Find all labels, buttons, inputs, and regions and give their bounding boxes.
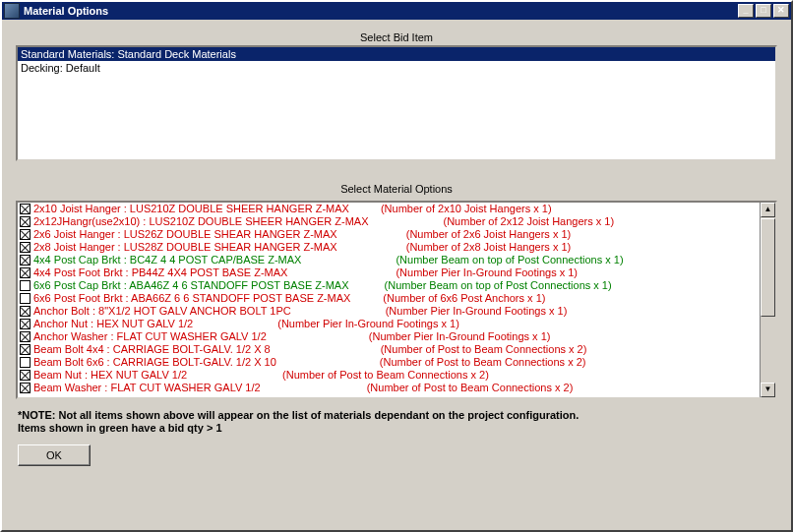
material-name: 2x12JHangr(use2x10) : LUS210Z DOUBLE SHE…: [33, 215, 369, 228]
material-row[interactable]: 6x6 Post Foot Brkt : ABA66Z 6 6 STANDOFF…: [18, 292, 760, 305]
app-icon: [4, 3, 20, 19]
material-row[interactable]: 2x12JHangr(use2x10) : LUS210Z DOUBLE SHE…: [18, 215, 760, 228]
material-row[interactable]: 4x4 Post Foot Brkt : PB44Z 4X4 POST BASE…: [18, 266, 760, 279]
material-checkbox[interactable]: [20, 229, 30, 240]
material-note: (Number of 2x12 Joist Hangers x 1): [444, 215, 615, 228]
button-row: OK: [16, 435, 777, 470]
material-options-listbox[interactable]: 2x10 Joist Hanger : LUS210Z DOUBLE SHEER…: [16, 201, 777, 399]
note-line2: Items shown in green have a bid qty > 1: [18, 422, 222, 434]
material-note: (Number of Post to Beam Connections x 2): [381, 343, 587, 356]
ok-button[interactable]: OK: [18, 444, 91, 466]
material-name: 2x10 Joist Hanger : LUS210Z DOUBLE SHEER…: [33, 203, 349, 215]
material-checkbox[interactable]: [20, 204, 30, 214]
scroll-thumb[interactable]: [761, 218, 775, 317]
material-note: (Number Pier In-Ground Footings x 1): [386, 305, 568, 318]
scroll-down-button[interactable]: ▼: [761, 383, 775, 397]
material-name: Anchor Bolt : 8"X1/2 HOT GALV ANCHOR BOL…: [33, 305, 291, 318]
material-checkbox[interactable]: [20, 255, 30, 266]
material-name: Beam Bolt 4x4 : CARRIAGE BOLT-GALV. 1/2 …: [33, 343, 271, 356]
window-buttons: _ □ ✕: [738, 4, 789, 18]
material-checkbox[interactable]: [20, 357, 30, 368]
material-name: 4x4 Post Cap Brkt : BC4Z 4 4 POST CAP/BA…: [33, 254, 301, 266]
select-material-label: Select Material Options: [16, 181, 777, 197]
material-name: 2x8 Joist Hanger : LUS28Z DOUBLE SHEAR H…: [33, 241, 337, 254]
material-row[interactable]: 2x10 Joist Hanger : LUS210Z DOUBLE SHEER…: [18, 203, 760, 215]
material-name: Anchor Nut : HEX NUT GALV 1/2: [33, 318, 193, 330]
material-row[interactable]: 2x8 Joist Hanger : LUS28Z DOUBLE SHEAR H…: [18, 241, 760, 254]
close-button[interactable]: ✕: [773, 4, 789, 18]
material-name: Anchor Washer : FLAT CUT WASHER GALV 1/2: [33, 330, 267, 343]
material-row[interactable]: 6x6 Post Cap Brkt : ABA46Z 4 6 STANDOFF …: [18, 279, 760, 292]
material-row[interactable]: 2x6 Joist Hanger : LUS26Z DOUBLE SHEAR H…: [18, 228, 760, 241]
minimize-button[interactable]: _: [738, 4, 754, 18]
material-row[interactable]: Beam Bolt 4x4 : CARRIAGE BOLT-GALV. 1/2 …: [18, 343, 760, 356]
material-note: (Number of Post to Beam Connections x 2): [282, 369, 489, 382]
bid-item-row[interactable]: Decking: Default: [18, 61, 775, 75]
material-note: (Number of Post to Beam Connections x 2): [367, 382, 574, 394]
material-note: (Number of Post to Beam Connections x 2): [380, 356, 586, 369]
material-name: 2x6 Joist Hanger : LUS26Z DOUBLE SHEAR H…: [33, 228, 337, 241]
material-checkbox[interactable]: [20, 331, 30, 342]
material-name: 6x6 Post Cap Brkt : ABA46Z 4 6 STANDOFF …: [33, 279, 349, 292]
material-checkbox[interactable]: [20, 242, 30, 253]
material-note: (Number of 6x6 Post Anchors x 1): [383, 292, 545, 305]
bid-item-row[interactable]: Standard Materials: Standard Deck Materi…: [18, 47, 775, 61]
material-checkbox[interactable]: [20, 319, 30, 329]
material-row[interactable]: Anchor Washer : FLAT CUT WASHER GALV 1/2…: [18, 330, 760, 343]
material-name: Beam Nut : HEX NUT GALV 1/2: [33, 369, 187, 382]
window-body: Select Bid Item Standard Materials: Stan…: [2, 20, 791, 530]
material-name: 6x6 Post Foot Brkt : ABA66Z 6 6 STANDOFF…: [33, 292, 350, 305]
material-note: (Number of 2x10 Joist Hangers x 1): [381, 203, 552, 215]
material-checkbox[interactable]: [20, 293, 30, 304]
material-name: Beam Bolt 6x6 : CARRIAGE BOLT-GALV. 1/2 …: [33, 356, 276, 369]
material-note: (Number Beam on top of Post Connections …: [385, 279, 612, 292]
window: Material Options _ □ ✕ Select Bid Item S…: [0, 0, 793, 532]
bid-item-listbox[interactable]: Standard Materials: Standard Deck Materi…: [16, 45, 777, 161]
material-note: (Number Beam on top of Post Connections …: [396, 254, 623, 266]
material-row[interactable]: Beam Washer : FLAT CUT WASHER GALV 1/2(N…: [18, 382, 760, 394]
window-title: Material Options: [24, 5, 738, 17]
titlebar[interactable]: Material Options _ □ ✕: [2, 2, 791, 20]
material-checkbox[interactable]: [20, 383, 30, 393]
material-note: (Number of 2x6 Joist Hangers x 1): [406, 228, 572, 241]
material-note: (Number of 2x8 Joist Hangers x 1): [406, 241, 572, 254]
material-checkbox[interactable]: [20, 216, 30, 227]
material-row[interactable]: 4x4 Post Cap Brkt : BC4Z 4 4 POST CAP/BA…: [18, 254, 760, 266]
material-row[interactable]: Anchor Nut : HEX NUT GALV 1/2(Number Pie…: [18, 318, 760, 330]
material-note: (Number Pier In-Ground Footings x 1): [396, 266, 578, 279]
material-checkbox[interactable]: [20, 370, 30, 381]
material-checkbox[interactable]: [20, 280, 30, 291]
maximize-button[interactable]: □: [756, 4, 771, 18]
material-note: (Number Pier In-Ground Footings x 1): [369, 330, 551, 343]
note-text: *NOTE: Not all items shown above will ap…: [16, 399, 777, 435]
material-row[interactable]: Beam Bolt 6x6 : CARRIAGE BOLT-GALV. 1/2 …: [18, 356, 760, 369]
material-checkbox[interactable]: [20, 344, 30, 355]
select-bid-label: Select Bid Item: [16, 30, 777, 45]
material-checkbox[interactable]: [20, 306, 30, 317]
material-name: 4x4 Post Foot Brkt : PB44Z 4X4 POST BASE…: [33, 266, 287, 279]
material-note: (Number Pier In-Ground Footings x 1): [277, 318, 459, 330]
scroll-up-button[interactable]: ▲: [761, 203, 775, 217]
material-checkbox[interactable]: [20, 267, 30, 278]
material-name: Beam Washer : FLAT CUT WASHER GALV 1/2: [33, 382, 261, 394]
scrollbar[interactable]: ▲ ▼: [760, 203, 775, 397]
note-line1: *NOTE: Not all items shown above will ap…: [18, 409, 579, 421]
material-row[interactable]: Beam Nut : HEX NUT GALV 1/2(Number of Po…: [18, 369, 760, 382]
material-row[interactable]: Anchor Bolt : 8"X1/2 HOT GALV ANCHOR BOL…: [18, 305, 760, 318]
